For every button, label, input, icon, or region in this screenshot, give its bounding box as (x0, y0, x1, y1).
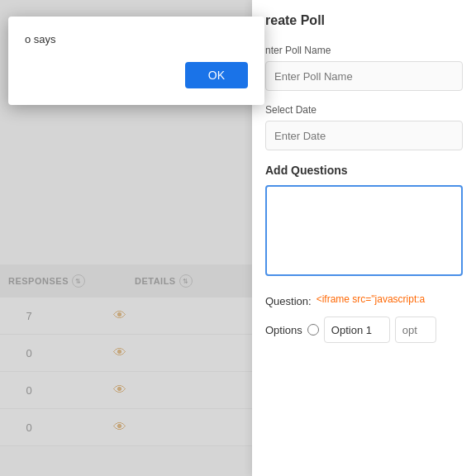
options-row: Options (265, 317, 463, 343)
question-textarea[interactable] (265, 185, 463, 276)
question-label: Question: (265, 290, 312, 307)
question-value: <iframe src="javascript:a (317, 290, 463, 308)
option2-input[interactable] (395, 317, 436, 343)
option1-input[interactable] (324, 317, 390, 343)
poll-name-label: nter Poll Name (265, 45, 463, 56)
option1-radio[interactable] (307, 324, 319, 336)
date-input[interactable] (265, 121, 463, 150)
alert-dialog: o says OK (8, 17, 264, 105)
options-label: Options (265, 324, 302, 336)
question-row: Question: <iframe src="javascript:a (265, 290, 463, 308)
create-poll-panel: reate Poll nter Poll Name Select Date Ad… (252, 0, 476, 476)
add-questions-label: Add Questions (265, 164, 463, 177)
alert-text: o says (25, 33, 248, 45)
panel-title: reate Poll (265, 13, 463, 28)
poll-name-input[interactable] (265, 61, 463, 91)
alert-ok-button[interactable]: OK (185, 62, 248, 88)
select-date-label: Select Date (265, 104, 463, 116)
